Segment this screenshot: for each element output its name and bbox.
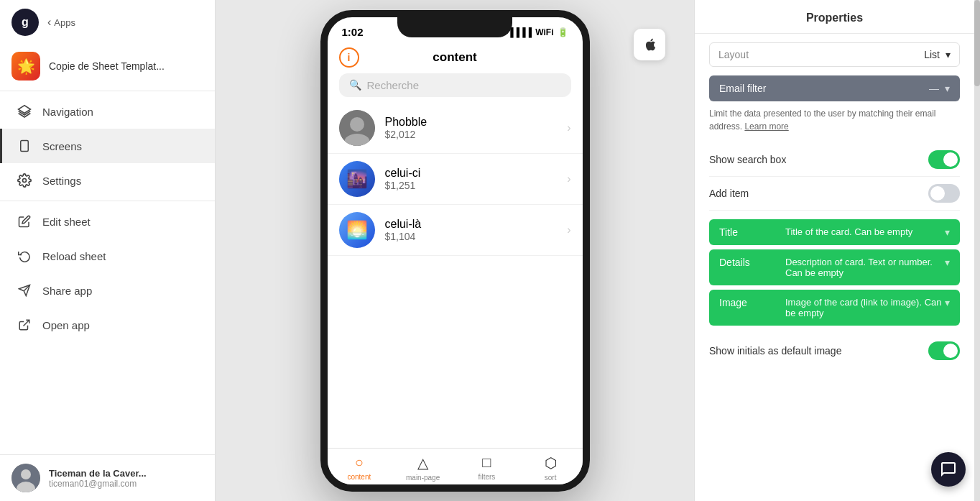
add-item-toggle[interactable]: [928, 184, 960, 203]
app-item[interactable]: 🌟 Copie de Sheet Templat...: [0, 45, 215, 88]
item-sub: $1,251: [385, 180, 568, 191]
chevron-right-icon: ›: [567, 121, 570, 134]
open-app-item[interactable]: Open app: [0, 308, 215, 342]
list-item[interactable]: 🌆 celui-ci $1,251 ›: [328, 154, 583, 205]
tab-sort-icon: ⬡: [545, 454, 557, 472]
user-email: ticeman01@gmail.com: [49, 479, 147, 489]
add-item-label: Add item: [709, 188, 749, 199]
reload-sheet-label: Reload sheet: [42, 250, 106, 262]
item-sub: $1,104: [385, 231, 568, 242]
show-search-box-label: Show search box: [709, 154, 786, 165]
sidebar-header: g Apps: [0, 0, 215, 45]
gear-icon: [17, 173, 32, 188]
phone-frame: 1:02 ▐▐▐▐ WiFi 🔋 i content 🔍 Recherche: [320, 10, 590, 492]
center-panel: 1:02 ▐▐▐▐ WiFi 🔋 i content 🔍 Recherche: [216, 0, 694, 501]
tab-content[interactable]: ○ content: [328, 454, 392, 482]
chevron-right-icon: ›: [567, 173, 570, 185]
learn-more-link[interactable]: Learn more: [744, 121, 788, 132]
edit-sheet-item[interactable]: Edit sheet: [0, 204, 215, 239]
status-time: 1:02: [342, 26, 364, 38]
search-placeholder: Recherche: [367, 79, 420, 91]
chevron-right-icon: ›: [567, 224, 570, 236]
back-to-apps[interactable]: Apps: [47, 16, 75, 29]
show-search-box-toggle[interactable]: [928, 150, 960, 169]
status-icons: ▐▐▐▐ WiFi 🔋: [507, 27, 568, 37]
email-filter-label: Email filter: [719, 83, 766, 94]
title-row-value: Title of the card. Can be empty: [777, 226, 945, 237]
tab-content-label: content: [347, 473, 371, 481]
image-row-chevron-icon: ▾: [945, 297, 950, 308]
layout-label: Layout: [718, 49, 749, 60]
image-row-value: Image of the card (link to image). Can b…: [777, 297, 945, 318]
share-icon: [17, 282, 32, 298]
details-row-value: Description of card. Text or number. Can…: [777, 257, 945, 278]
share-app-item[interactable]: Share app: [0, 273, 215, 308]
settings-label: Settings: [42, 175, 81, 187]
list-item-text: Phobble $2,012: [385, 116, 568, 140]
sidebar-item-settings[interactable]: Settings: [0, 163, 215, 198]
show-search-box-row: Show search box: [709, 143, 960, 177]
email-filter-value: —: [929, 83, 939, 94]
open-icon: [17, 317, 32, 333]
email-filter-row[interactable]: Email filter — ▾: [709, 75, 960, 101]
tab-mainpage-icon: △: [417, 454, 428, 472]
list-item-text: celui-là $1,104: [385, 218, 568, 242]
apple-badge: [634, 29, 665, 60]
share-app-label: Share app: [42, 285, 92, 297]
title-row-label: Title: [719, 226, 777, 238]
svg-point-11: [350, 117, 364, 132]
signal-icon: ▐▐▐▐: [507, 27, 532, 37]
show-initials-label: Show initials as default image: [709, 345, 841, 357]
user-avatar-top: g: [11, 9, 39, 36]
page-scrollbar[interactable]: [974, 0, 980, 501]
sidebar-item-screens[interactable]: Screens: [0, 129, 215, 163]
list-item[interactable]: Phobble $2,012 ›: [328, 103, 583, 154]
search-bar[interactable]: 🔍 Recherche: [339, 73, 571, 97]
divider-1: [0, 91, 215, 91]
details-row-label: Details: [719, 257, 777, 268]
svg-line-6: [24, 320, 29, 326]
tab-sort[interactable]: ⬡ sort: [519, 454, 583, 482]
pencil-icon: [17, 213, 32, 229]
tab-mainpage-label: main-page: [406, 474, 440, 482]
show-initials-row: Show initials as default image: [709, 334, 960, 367]
tab-content-icon: ○: [355, 454, 364, 471]
tab-main-page[interactable]: △ main-page: [391, 454, 455, 482]
details-row-chevron-icon: ▾: [945, 257, 950, 268]
properties-title: Properties: [695, 0, 974, 34]
phone-content: i content 🔍 Recherche: [328, 43, 583, 484]
app-name: Copie de Sheet Templat...: [49, 60, 165, 72]
details-row[interactable]: Details Description of card. Text or num…: [709, 249, 960, 285]
reload-icon: [17, 248, 32, 264]
tab-filters-icon: □: [482, 454, 491, 471]
chevron-down-icon: ▾: [946, 49, 951, 60]
list-item-text: celui-ci $1,251: [385, 167, 568, 191]
title-row[interactable]: Title Title of the card. Can be empty ▾: [709, 219, 960, 245]
tab-filters[interactable]: □ filters: [455, 454, 519, 482]
sidebar: g Apps 🌟 Copie de Sheet Templat... Navig…: [0, 0, 216, 501]
phone-header: i content: [328, 43, 583, 70]
svg-point-3: [23, 179, 27, 183]
reload-sheet-item[interactable]: Reload sheet: [0, 239, 215, 273]
filter-hint: Limit the data presented to the user by …: [709, 107, 960, 133]
sidebar-item-navigation[interactable]: Navigation: [0, 94, 215, 129]
phone-notch: [397, 17, 512, 37]
list-item[interactable]: 🌅 celui-là $1,104 ›: [328, 205, 583, 256]
user-footer[interactable]: Ticeman de la Caver... ticeman01@gmail.c…: [0, 454, 215, 501]
list-item-image: 🌆: [339, 161, 375, 197]
divider-2: [0, 201, 215, 201]
show-initials-toggle[interactable]: [928, 341, 960, 360]
svg-point-8: [21, 469, 31, 479]
user-avatar: [11, 464, 40, 492]
tablet-icon: [17, 138, 32, 154]
image-row[interactable]: Image Image of the card (link to image).…: [709, 290, 960, 326]
layout-select[interactable]: Layout List ▾: [709, 42, 960, 67]
list-item-image: 🌅: [339, 212, 375, 248]
list-item-image: [339, 110, 375, 146]
phone-tab-bar: ○ content △ main-page □ filters ⬡ sort: [328, 448, 583, 484]
info-icon[interactable]: i: [339, 47, 359, 68]
phone-list: Phobble $2,012 › 🌆 celui-ci $1,251 ›: [328, 103, 583, 448]
edit-sheet-label: Edit sheet: [42, 216, 91, 228]
chat-bubble[interactable]: [931, 452, 966, 487]
right-panel: Properties Layout List ▾ Email filter — …: [694, 0, 974, 501]
